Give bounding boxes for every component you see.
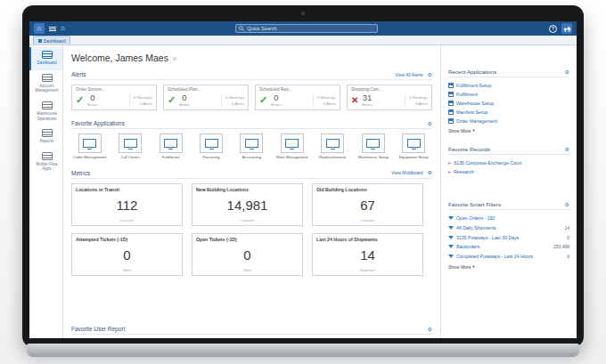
tab-dashboard[interactable]: Dashboard — [33, 36, 70, 44]
app-window-icon — [448, 92, 454, 97]
smart-filter-link: Completed Putaways - Last 24 Hours — [456, 254, 564, 260]
alert-card-shopping-cart[interactable]: Shopping Cart... ✕ 31 Errors 0 Warnings … — [347, 85, 432, 110]
metric-card-old-building-locations[interactable]: Old Building Locations 67 Location — [312, 183, 423, 226]
favorite-record-corporate-exchange[interactable]: ▸ 3135 Corporate Exchange Court — [448, 158, 569, 167]
call-center-icon — [124, 139, 137, 148]
recent-app-warehouse-setup[interactable]: Warehouse Setup — [448, 99, 569, 108]
metric-value: 67 — [316, 192, 419, 218]
alert-card-title: Scheduled Plan... — [168, 87, 244, 92]
smart-filter-count: 14 — [564, 225, 569, 231]
app-tile-equipment-setup[interactable]: Equipment Setup — [396, 133, 432, 159]
view-multiboard-link[interactable]: View Multiboard — [391, 170, 422, 175]
favorite-smart-filters-title: Favorite Smart Filters — [448, 201, 501, 207]
alert-error-count: 0 — [271, 93, 281, 102]
favorite-user-report-title: Favorite User Report — [71, 326, 125, 332]
app-window-icon — [448, 83, 454, 88]
alert-error-label: Errors — [271, 102, 281, 107]
metric-card-attempted-tickets[interactable]: Attempted Tickets (-1D) 0 Work — [71, 233, 183, 276]
favorite-smart-filters-settings-icon[interactable]: ⚙ — [565, 202, 569, 207]
metrics-settings-icon[interactable]: ⚙ — [428, 170, 432, 175]
filter-funnel-icon — [448, 216, 454, 220]
recent-applications-settings-icon[interactable]: ⚙ — [565, 69, 569, 75]
recent-app-fulfillment-setup[interactable]: Fulfillment Setup — [448, 81, 569, 90]
filter-funnel-icon — [448, 226, 454, 230]
app-tile-label: Receiving — [203, 155, 220, 159]
alert-card-scheduled-plan[interactable]: Scheduled Plan... ✓ 0 Errors 0 Warnings … — [163, 85, 249, 110]
recent-app-link: Fulfillment Setup — [456, 83, 491, 88]
favorite-records-settings-icon[interactable]: ⚙ — [565, 147, 569, 152]
metric-unit: Work — [196, 268, 299, 272]
search-input[interactable] — [247, 26, 374, 31]
favorite-smart-filters-section: Favorite Smart Filters ⚙ Open Orders - 1… — [448, 201, 569, 270]
filter-funnel-icon — [448, 245, 454, 248]
metric-unit: Location — [76, 218, 178, 222]
smart-filter-backorders[interactable]: Backorders 153,498 — [448, 242, 569, 252]
alerts-section: Alerts View All Alerts ⚙ Order Source...… — [71, 71, 432, 120]
sidebar-item-dashboard[interactable]: Dashboard — [29, 47, 62, 70]
alert-error-label: Errors — [87, 102, 97, 107]
smart-filter-link: Backorders — [456, 244, 551, 250]
alert-card-title: Shopping Cart... — [351, 87, 428, 92]
app-tile-order-management[interactable]: Order Management — [71, 133, 108, 159]
fulfillment-icon — [164, 139, 177, 148]
alert-card-order-source[interactable]: Order Source... ✓ 0 Errors 0 Warnings 0 … — [71, 85, 157, 110]
favorite-record-research[interactable]: ▸ Research — [448, 167, 569, 176]
sidebar-item-warehouse-operations[interactable]: Warehouse Operations — [29, 98, 62, 125]
recent-applications-show-more[interactable]: Show More ▾ — [448, 125, 569, 133]
search-icon — [239, 26, 244, 31]
alert-error-label: Errors — [179, 102, 189, 107]
dashboard-icon — [42, 51, 53, 59]
forklift-icon — [563, 25, 571, 32]
recent-app-order-management[interactable]: Order Management — [448, 117, 569, 125]
app-tile-accounting[interactable]: Accounting — [233, 133, 270, 159]
view-all-alerts-link[interactable]: View All Alerts — [395, 72, 422, 77]
metric-card-new-building-locations[interactable]: New Building Locations 14,981 Location — [192, 183, 303, 226]
quick-search-box[interactable] — [235, 24, 378, 33]
alerts-settings-icon[interactable]: ⚙ — [428, 72, 432, 77]
home-icon[interactable]: ⌂ — [61, 25, 65, 32]
app-tile-label: Order Management — [73, 155, 106, 159]
smart-filter-daily-shipments[interactable]: 46 Daily Shipments 14 — [448, 223, 569, 233]
metric-card-locations-in-transit[interactable]: Locations in Transit 112 Location — [71, 183, 183, 226]
record-arrow-icon: ▸ — [448, 169, 451, 174]
favorite-user-report-section: Favorite User Report ⚙ — [71, 326, 432, 335]
app-tile-replenishments[interactable]: Replenishments — [315, 133, 351, 159]
smart-filters-show-more[interactable]: Show More ▾ — [448, 262, 569, 270]
right-panel: Recent Applications ⚙ Fulfillment Setup … — [441, 45, 577, 338]
recent-app-manifest-setup[interactable]: Manifest Setup — [448, 108, 569, 117]
menu-icon[interactable] — [49, 27, 56, 31]
sidebar-item-mobile-flow-apps[interactable]: Mobile Flow Apps — [29, 149, 62, 176]
metric-value: 14 — [316, 242, 419, 268]
welcome-settings-icon[interactable]: ⚙ — [172, 55, 176, 61]
app-tile-receiving[interactable]: Receiving — [192, 133, 229, 159]
smart-filter-putaways-30-days[interactable]: 3135 Putaways - Last 30 Days 0 — [448, 233, 569, 243]
smart-filter-completed-putaways[interactable]: Completed Putaways - Last 24 Hours 0 — [448, 252, 569, 262]
recent-app-link: Warehouse Setup — [456, 101, 494, 106]
alert-card-title: Order Source... — [76, 87, 152, 92]
app-logo[interactable]: ⌂ — [34, 23, 45, 34]
sidebar-item-label: Account Management — [32, 84, 61, 93]
metric-unit: Location — [316, 218, 419, 222]
top-nav-bar: ⌂ ⌂ ? — [29, 21, 577, 36]
app-tile-call-center[interactable]: Call Center — [111, 133, 148, 159]
show-more-label: Show More — [448, 264, 471, 270]
sidebar-item-account-management[interactable]: Account Management — [29, 70, 62, 98]
forklift-app-button[interactable] — [561, 23, 572, 34]
reports-icon — [42, 129, 53, 137]
webcam-dot — [301, 12, 305, 15]
metric-card-open-tickets[interactable]: Open Tickets (-1D) 0 Work — [192, 233, 303, 276]
favorite-user-report-settings-icon[interactable]: ⚙ — [428, 327, 432, 332]
metric-card-last-24-hours-shipments[interactable]: Last 24 Hours of Shipments 14 Shipment — [312, 233, 423, 276]
sidebar-item-reports[interactable]: Reports — [29, 125, 62, 149]
app-tile-label: Call Center — [120, 155, 140, 159]
app-tile-warehouse-setup[interactable]: Warehouse Setup — [355, 133, 391, 159]
smart-filter-open-orders[interactable]: Open Orders - 192 — [448, 214, 569, 223]
recent-app-fulfillment[interactable]: Fulfillment — [448, 90, 569, 99]
favorite-applications-settings-icon[interactable]: ⚙ — [428, 121, 432, 126]
app-tile-work-management[interactable]: Work Management — [274, 133, 310, 159]
smart-filter-link: Open Orders - 192 — [456, 215, 567, 222]
alert-card-scheduled-rep[interactable]: Scheduled Rep... ✓ 0 Errors 0 Warnings 0… — [255, 85, 340, 110]
app-tile-fulfillment[interactable]: Fulfillment — [152, 133, 189, 159]
help-icon[interactable]: ? — [549, 25, 557, 33]
metric-value: 14,981 — [196, 192, 299, 218]
